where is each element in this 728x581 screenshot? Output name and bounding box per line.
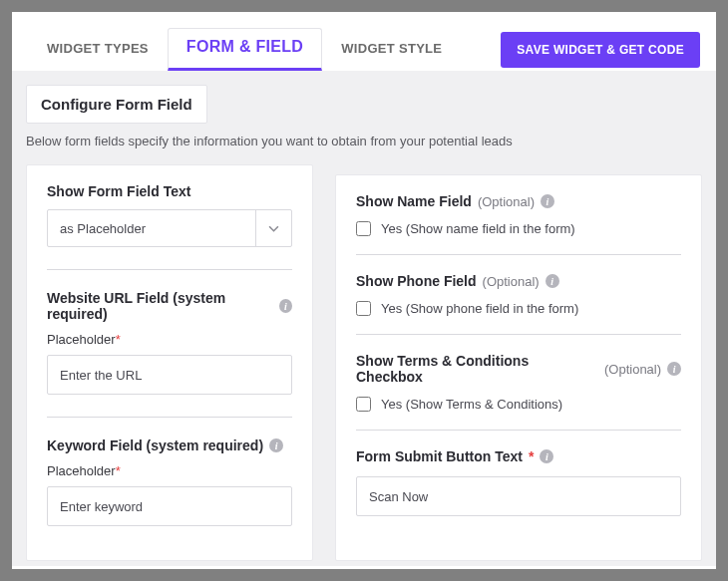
terms-checkbox-row[interactable]: Yes (Show Terms & Conditions) [356, 397, 681, 412]
title-label: Website URL Field (system required) [47, 290, 273, 322]
app-frame: WIDGET TYPES FORM & FIELD WIDGET STYLE S… [12, 12, 716, 569]
section-terms-field: Show Terms & Conditions Checkbox (Option… [356, 353, 681, 431]
phone-checkbox-row[interactable]: Yes (Show phone field in the form) [356, 301, 681, 316]
info-icon[interactable]: i [269, 438, 283, 452]
section-title: Show Phone Field (Optional) i [356, 273, 681, 289]
required-mark: * [529, 448, 534, 464]
section-website-url: Website URL Field (system required) i Pl… [47, 290, 292, 418]
optional-label: (Optional) [483, 274, 540, 289]
columns: Show Form Field Text as Placeholder Webs… [26, 164, 702, 561]
configure-title: Configure Form Field [26, 85, 207, 124]
info-icon[interactable]: i [540, 449, 553, 463]
section-title: Keyword Field (system required) i [47, 437, 292, 453]
tab-widget-types[interactable]: WIDGET TYPES [28, 28, 168, 71]
checkbox-label: Yes (Show phone field in the form) [381, 301, 578, 316]
save-widget-button[interactable]: SAVE WIDGET & GET CODE [501, 32, 700, 68]
required-mark: * [116, 463, 121, 478]
title-label: Form Submit Button Text [356, 448, 523, 464]
optional-label: (Optional) [478, 194, 535, 209]
tab-widget-style[interactable]: WIDGET STYLE [322, 28, 461, 71]
title-label: Show Terms & Conditions Checkbox [356, 353, 598, 385]
section-title: Form Submit Button Text* i [356, 448, 681, 464]
section-name-field: Show Name Field (Optional) i Yes (Show n… [356, 193, 681, 255]
section-keyword: Keyword Field (system required) i Placeh… [47, 437, 292, 548]
submit-text-input[interactable] [356, 476, 681, 516]
info-icon[interactable]: i [279, 299, 292, 313]
dropdown-value: as Placeholder [48, 210, 255, 246]
chevron-down-icon [255, 210, 291, 246]
info-icon[interactable]: i [667, 362, 681, 376]
section-title: Show Name Field (Optional) i [356, 193, 681, 209]
title-label: Show Form Field Text [47, 183, 190, 199]
section-title: Website URL Field (system required) i [47, 290, 292, 322]
title-label: Keyword Field (system required) [47, 437, 263, 453]
helper-text: Below form fields specify the informatio… [26, 134, 702, 148]
placeholder-label: Placeholder* [47, 463, 292, 478]
phone-checkbox[interactable] [356, 301, 371, 316]
section-title: Show Form Field Text [47, 183, 292, 199]
topbar: WIDGET TYPES FORM & FIELD WIDGET STYLE S… [12, 12, 716, 71]
name-checkbox[interactable] [356, 221, 371, 236]
sub-text: Placeholder [47, 463, 116, 478]
show-text-dropdown[interactable]: as Placeholder [47, 209, 292, 247]
section-submit-button-text: Form Submit Button Text* i [356, 448, 681, 534]
optional-label: (Optional) [604, 362, 661, 377]
title-label: Show Name Field [356, 193, 472, 209]
url-placeholder-input[interactable] [47, 355, 292, 395]
tab-form-field[interactable]: FORM & FIELD [168, 28, 322, 71]
checkbox-label: Yes (Show Terms & Conditions) [381, 397, 562, 412]
required-mark: * [116, 332, 121, 347]
keyword-placeholder-input[interactable] [47, 486, 292, 526]
checkbox-label: Yes (Show name field in the form) [381, 221, 575, 236]
terms-checkbox[interactable] [356, 397, 371, 412]
right-column: Show Name Field (Optional) i Yes (Show n… [335, 174, 702, 561]
section-title: Show Terms & Conditions Checkbox (Option… [356, 353, 681, 385]
sub-text: Placeholder [47, 332, 116, 347]
left-column: Show Form Field Text as Placeholder Webs… [26, 164, 313, 561]
info-icon[interactable]: i [541, 194, 554, 208]
content-area: Configure Form Field Below form fields s… [12, 71, 716, 566]
name-checkbox-row[interactable]: Yes (Show name field in the form) [356, 221, 681, 236]
title-label: Show Phone Field [356, 273, 477, 289]
section-show-form-field-text: Show Form Field Text as Placeholder [47, 183, 292, 270]
tab-bar: WIDGET TYPES FORM & FIELD WIDGET STYLE [28, 28, 501, 71]
section-phone-field: Show Phone Field (Optional) i Yes (Show … [356, 273, 681, 335]
placeholder-label: Placeholder* [47, 332, 292, 347]
info-icon[interactable]: i [546, 274, 559, 288]
